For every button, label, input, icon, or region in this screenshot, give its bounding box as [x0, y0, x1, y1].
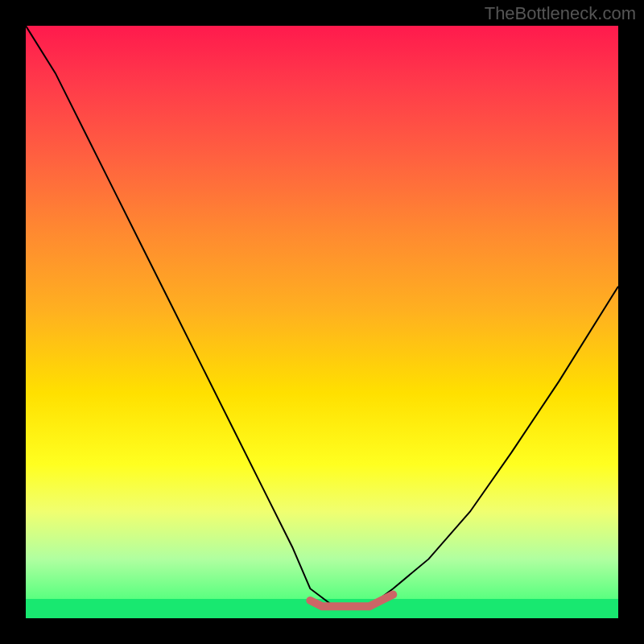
bottleneck-curve-path: [26, 26, 618, 606]
chart-svg: [26, 26, 618, 618]
chart-plot-area: [26, 26, 618, 618]
optimal-band-marker: [310, 595, 393, 607]
watermark-text: TheBottleneck.com: [485, 3, 636, 24]
